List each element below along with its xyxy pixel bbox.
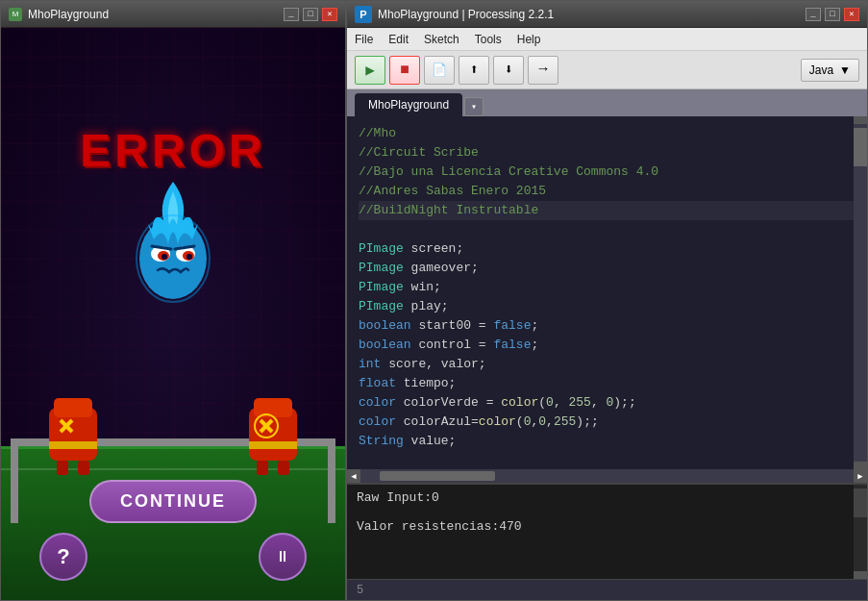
code-editor[interactable]: //Mho //Circuit Scribe //Bajo una Licenc… bbox=[347, 116, 867, 469]
code-line-13: int score, valor; bbox=[359, 355, 856, 374]
code-line-7: PImage screen; bbox=[359, 239, 856, 259]
scroll-down-btn[interactable] bbox=[854, 462, 867, 469]
code-line-16: color colorAzul=color(0,0,255);; bbox=[359, 413, 856, 432]
stop-button[interactable]: ■ bbox=[389, 56, 420, 85]
left-close-btn[interactable]: ✕ bbox=[322, 8, 337, 21]
code-line-3: //Bajo una Licencia Creative Commons 4.0 bbox=[359, 163, 856, 182]
left-title-text: MhoPlayground bbox=[28, 8, 109, 21]
code-line-18 bbox=[359, 451, 856, 469]
vertical-scrollbar[interactable] bbox=[854, 116, 867, 469]
right-maximize-btn[interactable]: □ bbox=[825, 8, 840, 21]
right-window: P MhoPlayground | Processing 2.2.1 _ □ ✕… bbox=[346, 0, 868, 601]
continue-button[interactable]: CONTINUE bbox=[89, 480, 257, 523]
code-line-6 bbox=[359, 220, 856, 239]
svg-rect-19 bbox=[254, 398, 292, 417]
status-bar: 5 bbox=[347, 579, 867, 600]
goalpost-right bbox=[328, 446, 335, 523]
svg-point-6 bbox=[186, 254, 192, 260]
svg-rect-25 bbox=[278, 461, 289, 475]
left-window-controls: _ □ ✕ bbox=[284, 8, 337, 21]
right-close-btn[interactable]: ✕ bbox=[844, 8, 859, 21]
svg-point-5 bbox=[161, 254, 167, 260]
menu-edit[interactable]: Edit bbox=[388, 33, 409, 46]
console-area: Raw Input:0 Valor resistencias:470 bbox=[347, 483, 867, 579]
console-line-1: Raw Input:0 bbox=[357, 490, 857, 505]
menu-file[interactable]: File bbox=[355, 33, 373, 46]
processing-icon: P bbox=[355, 6, 372, 23]
java-dropdown-arrow: ▼ bbox=[839, 63, 851, 77]
code-line-15: color colorVerde = color(0, 255, 0);; bbox=[359, 393, 856, 413]
svg-rect-16 bbox=[57, 461, 68, 475]
serial-button[interactable]: → bbox=[528, 56, 558, 85]
right-title-text: MhoPlayground | Processing 2.2.1 bbox=[378, 8, 554, 21]
horizontal-scrollbar[interactable]: ◀ ▶ bbox=[347, 469, 867, 483]
left-window: M MhoPlayground _ □ ✕ ERROR bbox=[0, 0, 346, 601]
code-line-4: //Andres Sabas Enero 2015 bbox=[359, 182, 856, 201]
bot-left bbox=[39, 388, 107, 465]
menu-sketch[interactable]: Sketch bbox=[424, 33, 459, 46]
console-line-2 bbox=[357, 505, 857, 519]
code-line-2: //Circuit Scribe bbox=[359, 143, 856, 163]
code-line-5: //BuildNight Instrutable bbox=[359, 201, 856, 220]
left-app-icon: M bbox=[9, 8, 22, 21]
new-button[interactable]: 📄 bbox=[424, 56, 455, 85]
status-line-number: 5 bbox=[357, 584, 363, 597]
goalpost-left bbox=[11, 446, 18, 523]
right-window-controls: _ □ ✕ bbox=[806, 8, 859, 21]
java-dropdown[interactable]: Java ▼ bbox=[801, 59, 859, 82]
tab-name: MhoPlayground bbox=[368, 98, 449, 112]
game-area: ERROR bbox=[1, 28, 345, 600]
pause-button[interactable]: ⏸ bbox=[259, 533, 307, 581]
left-title: M MhoPlayground bbox=[9, 8, 109, 21]
console-scroll-thumb[interactable] bbox=[854, 488, 867, 517]
console-scroll-down[interactable] bbox=[854, 571, 867, 579]
console-line-3: Valor resistencias:470 bbox=[357, 519, 857, 534]
pause-icon: ⏸ bbox=[275, 548, 290, 565]
tab-bar: MhoPlayground ▾ bbox=[347, 89, 867, 116]
java-label: Java bbox=[809, 63, 833, 77]
code-line-17: String value; bbox=[359, 432, 856, 451]
scroll-right-btn[interactable]: ▶ bbox=[854, 469, 867, 483]
tab-dropdown-btn[interactable]: ▾ bbox=[464, 97, 484, 116]
code-line-12: boolean control = false; bbox=[359, 336, 856, 355]
scroll-thumb[interactable] bbox=[380, 471, 495, 481]
code-line-9: PImage win; bbox=[359, 278, 856, 297]
console-scrollbar[interactable] bbox=[854, 485, 867, 579]
tab-mho-playground[interactable]: MhoPlayground bbox=[355, 93, 462, 116]
left-titlebar: M MhoPlayground _ □ ✕ bbox=[1, 1, 345, 28]
scroll-left-btn[interactable]: ◀ bbox=[347, 469, 360, 483]
scroll-vertical-thumb[interactable] bbox=[854, 128, 867, 166]
menu-help[interactable]: Help bbox=[517, 33, 541, 46]
bot-right bbox=[239, 388, 307, 465]
right-minimize-btn[interactable]: _ bbox=[806, 8, 821, 21]
upload-button[interactable]: ⬆ bbox=[459, 56, 489, 85]
left-maximize-btn[interactable]: □ bbox=[303, 8, 318, 21]
svg-rect-24 bbox=[257, 461, 268, 475]
scroll-up-btn[interactable] bbox=[854, 116, 867, 124]
toolbar: ▶ ■ 📄 ⬆ ⬇ → Java ▼ bbox=[347, 51, 867, 89]
code-area[interactable]: //Mho //Circuit Scribe //Bajo una Licenc… bbox=[347, 116, 867, 483]
character bbox=[115, 172, 231, 307]
code-line-10: PImage play; bbox=[359, 297, 856, 316]
left-minimize-btn[interactable]: _ bbox=[284, 8, 299, 21]
code-line-14: float tiempo; bbox=[359, 374, 856, 393]
svg-rect-17 bbox=[78, 461, 89, 475]
right-title-left: P MhoPlayground | Processing 2.2.1 bbox=[355, 6, 554, 23]
help-button[interactable]: ? bbox=[39, 533, 87, 581]
menu-tools[interactable]: Tools bbox=[475, 33, 502, 46]
code-line-8: PImage gameover; bbox=[359, 259, 856, 278]
svg-rect-15 bbox=[49, 441, 97, 449]
error-text: ERROR bbox=[80, 124, 265, 177]
download-button[interactable]: ⬇ bbox=[493, 56, 524, 85]
code-line-1: //Mho bbox=[359, 124, 856, 143]
play-button[interactable]: ▶ bbox=[355, 56, 385, 85]
svg-rect-11 bbox=[54, 398, 92, 417]
right-titlebar: P MhoPlayground | Processing 2.2.1 _ □ ✕ bbox=[347, 1, 867, 28]
code-line-11: boolean start00 = false; bbox=[359, 316, 856, 336]
menu-bar: File Edit Sketch Tools Help bbox=[347, 28, 867, 51]
svg-rect-23 bbox=[249, 441, 297, 449]
